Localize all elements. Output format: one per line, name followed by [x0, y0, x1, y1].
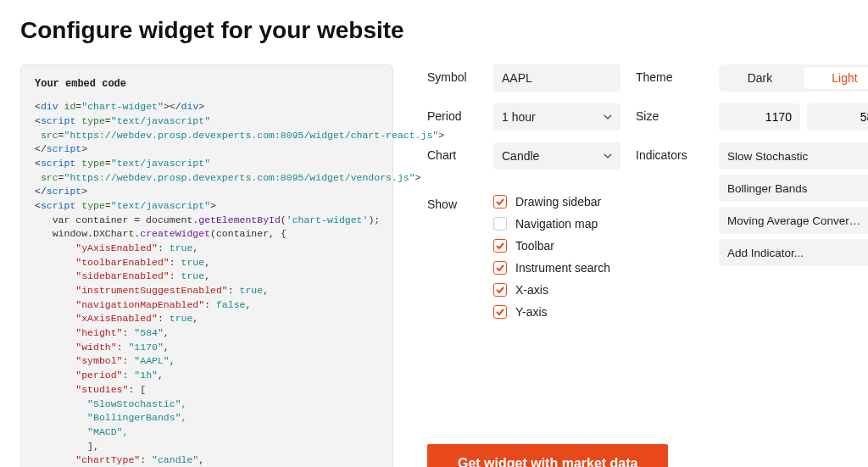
- checkbox-label: Toolbar: [515, 239, 554, 253]
- show-label: Show: [427, 192, 478, 211]
- height-input[interactable]: [807, 103, 868, 131]
- symbol-input[interactable]: [493, 64, 620, 92]
- width-input[interactable]: [719, 103, 800, 131]
- chart-label: Chart: [427, 142, 478, 162]
- embed-code-panel: Your embed code <div id="chart-widget"><…: [20, 64, 393, 467]
- theme-label: Theme: [636, 64, 704, 84]
- indicator-name: Slow Stochastic: [727, 150, 808, 163]
- check-icon: [493, 283, 507, 297]
- checkbox-label: X-axis: [515, 283, 548, 297]
- checkbox-label: Navigation map: [515, 217, 598, 231]
- get-widget-button[interactable]: Get widget with market data: [427, 444, 668, 467]
- indicator-item[interactable]: Slow Stochastic ✕: [719, 142, 868, 170]
- check-icon: [493, 239, 507, 253]
- embed-code-body[interactable]: <div id="chart-widget"></div> <script ty…: [35, 100, 379, 467]
- checkbox-label: Y-axis: [515, 305, 548, 319]
- show-x-axis-checkbox[interactable]: X-axis: [493, 283, 620, 297]
- indicator-name: Moving Average Converg...: [727, 214, 865, 227]
- size-label: Size: [636, 103, 704, 123]
- embed-code-label: Your embed code: [35, 77, 379, 92]
- chart-select[interactable]: Candle: [493, 142, 620, 170]
- show-toolbar-checkbox[interactable]: Toolbar: [493, 239, 620, 253]
- symbol-label: Symbol: [427, 64, 478, 84]
- period-select[interactable]: 1 hour: [493, 103, 620, 131]
- remove-indicator-icon[interactable]: ✕: [865, 214, 868, 227]
- chart-value: Candle: [502, 149, 539, 163]
- show-y-axis-checkbox[interactable]: Y-axis: [493, 305, 620, 319]
- check-icon: [493, 261, 507, 275]
- indicators-label: Indicators: [636, 142, 704, 162]
- chevron-down-icon: [604, 113, 612, 121]
- theme-dark-option[interactable]: Dark: [719, 64, 801, 92]
- add-indicator-label: Add Indicator...: [727, 247, 804, 259]
- check-icon: [493, 217, 507, 231]
- theme-toggle: Dark Light: [719, 64, 868, 92]
- page-title: Configure widget for your website: [20, 17, 848, 44]
- add-indicator-select[interactable]: Add Indicator...: [719, 239, 868, 266]
- show-drawing-sidebar-checkbox[interactable]: Drawing sidebar: [493, 195, 620, 208]
- remove-indicator-icon[interactable]: ✕: [865, 181, 868, 195]
- checkbox-label: Drawing sidebar: [515, 195, 601, 208]
- period-label: Period: [427, 103, 478, 123]
- indicator-item[interactable]: Moving Average Converg... ✕: [719, 207, 868, 234]
- checkbox-label: Instrument search: [515, 261, 610, 275]
- indicator-item[interactable]: Bollinger Bands ✕: [719, 175, 868, 202]
- period-value: 1 hour: [502, 110, 536, 124]
- show-navigation-map-checkbox[interactable]: Navigation map: [493, 217, 620, 231]
- config-panel: Symbol Theme Dark Light Period 1 hour Si…: [427, 64, 868, 467]
- indicator-name: Bollinger Bands: [727, 182, 808, 195]
- show-instrument-search-checkbox[interactable]: Instrument search: [493, 261, 620, 275]
- remove-indicator-icon[interactable]: ✕: [865, 149, 868, 163]
- check-icon: [493, 195, 507, 208]
- check-icon: [493, 305, 507, 319]
- theme-light-option[interactable]: Light: [804, 67, 868, 89]
- chevron-down-icon: [604, 152, 612, 160]
